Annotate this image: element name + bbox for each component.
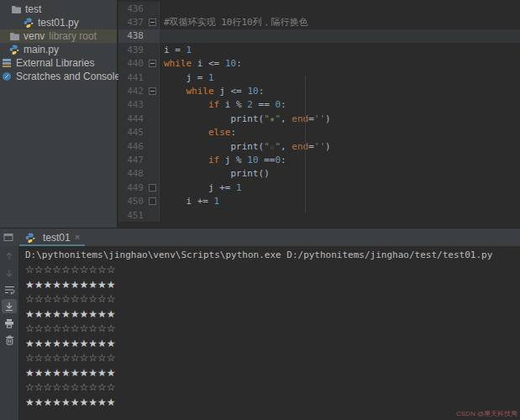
code-token: ''	[314, 113, 325, 124]
code-token	[164, 155, 208, 165]
editor-line[interactable]: 443 if i % 2 == 0:	[118, 98, 520, 112]
line-number[interactable]: 444	[118, 112, 145, 125]
line-number[interactable]: 438	[118, 29, 145, 43]
fold-collapse-icon[interactable]	[149, 18, 156, 26]
close-tab-icon[interactable]: ×	[75, 233, 80, 242]
console-command-line: D:\pythonitems\jinghao\venv\Scripts\pyth…	[25, 248, 520, 263]
down-stack-trace-button[interactable]	[2, 265, 17, 280]
tree-item-scratches-and-consoles[interactable]: Scratches and Consoles	[0, 70, 117, 83]
fold-end-icon[interactable]	[149, 184, 156, 192]
editor-line[interactable]: 436	[118, 2, 520, 15]
editor-line[interactable]: 437#双循环实现 10行10列，隔行换色	[118, 15, 520, 29]
code-line[interactable]: print("☆", end='')	[160, 139, 520, 153]
code-token: j %	[219, 155, 247, 165]
line-number[interactable]: 442	[118, 84, 145, 97]
editor-line[interactable]: 448 print()	[118, 167, 520, 181]
code-line[interactable]: if i % 2 == 0:	[160, 98, 520, 112]
code-token: end	[292, 141, 308, 152]
code-token: 10	[225, 58, 236, 69]
up-stack-trace-button[interactable]	[2, 249, 17, 263]
code-token: j +=	[164, 182, 236, 193]
editor-line[interactable]: 445 else:	[118, 126, 520, 139]
editor-line[interactable]: 444 print("★", end='')	[118, 112, 520, 125]
fold-gutter[interactable]	[145, 15, 160, 29]
code-line[interactable]: j = 1	[160, 71, 520, 84]
code-editor[interactable]: 436437#双循环实现 10行10列，隔行换色438439i = 1440wh…	[118, 0, 520, 228]
code-token: :	[281, 155, 286, 165]
editor-line[interactable]: 439i = 1	[118, 43, 520, 56]
fold-gutter[interactable]	[145, 194, 160, 207]
line-number[interactable]: 443	[118, 98, 145, 112]
line-number[interactable]: 449	[118, 181, 145, 194]
code-line[interactable]: i = 1	[160, 43, 520, 56]
print-button[interactable]	[2, 316, 17, 330]
code-token: 10	[247, 86, 258, 97]
tree-item-test[interactable]: test	[0, 3, 117, 16]
editor-line[interactable]: 451	[118, 208, 520, 222]
code-line[interactable]: while i <= 10:	[160, 57, 520, 71]
tree-item-label: venv	[24, 30, 45, 42]
editor-line[interactable]: 440while i <= 10:	[118, 57, 520, 71]
line-number[interactable]: 446	[118, 139, 145, 153]
code-line[interactable]: i += 1	[160, 194, 520, 207]
fold-gutter[interactable]	[145, 181, 160, 194]
code-token: 10	[247, 155, 258, 165]
editor-line[interactable]: 449 j += 1	[118, 181, 520, 194]
line-number[interactable]: 436	[118, 2, 145, 15]
scratches-icon	[1, 71, 13, 82]
tree-item-main-py[interactable]: main.py	[0, 43, 117, 56]
code-line[interactable]: while j <= 10:	[160, 84, 520, 97]
code-line[interactable]	[160, 208, 520, 222]
code-line[interactable]: #双循环实现 10行10列，隔行换色	[160, 15, 520, 29]
fold-collapse-icon[interactable]	[149, 87, 156, 95]
line-number[interactable]: 447	[118, 153, 145, 166]
console-output-line: ☆☆☆☆☆☆☆☆☆☆	[25, 322, 520, 337]
code-token: :	[236, 58, 242, 69]
code-token: 1	[214, 196, 220, 207]
tree-item-external-libraries[interactable]: External Libraries	[0, 56, 117, 70]
console-output-line: ☆☆☆☆☆☆☆☆☆☆	[25, 351, 520, 366]
line-number[interactable]: 451	[118, 208, 145, 222]
fold-collapse-icon[interactable]	[149, 60, 156, 67]
console-output[interactable]: D:\pythonitems\jinghao\venv\Scripts\pyth…	[18, 246, 520, 420]
code-token: end	[292, 113, 308, 124]
code-line[interactable]	[160, 2, 520, 15]
line-number[interactable]: 440	[118, 57, 145, 71]
code-line[interactable]	[160, 29, 520, 43]
editor-line[interactable]: 442 while j <= 10:	[118, 84, 520, 97]
fold-gutter[interactable]	[145, 57, 160, 71]
run-tab-test01[interactable]: test01 ×	[19, 228, 85, 246]
clear-all-button[interactable]	[2, 333, 17, 347]
editor-line[interactable]: 446 print("☆", end='')	[118, 139, 520, 153]
fold-gutter	[145, 139, 160, 153]
code-line[interactable]: j += 1	[160, 181, 520, 194]
console-toolbar	[0, 246, 18, 420]
code-token: #双循环实现 10行10列，隔行换色	[164, 16, 308, 29]
editor-line[interactable]: 450 i += 1	[118, 194, 520, 207]
tree-item-test01-py[interactable]: test01.py	[0, 16, 117, 29]
fold-gutter[interactable]	[145, 84, 160, 97]
fold-gutter	[145, 29, 160, 43]
tree-item-venv[interactable]: venvlibrary root	[0, 29, 117, 43]
console-output-line: ★★★★★★★★★★	[25, 337, 520, 352]
line-number[interactable]: 445	[118, 126, 145, 139]
code-token: i <=	[192, 58, 225, 69]
code-line[interactable]: print()	[160, 167, 520, 181]
soft-wrap-button[interactable]	[2, 282, 17, 297]
editor-line[interactable]: 438	[118, 29, 520, 43]
code-token: 1	[236, 182, 242, 193]
line-number[interactable]: 437	[118, 15, 145, 29]
editor-line[interactable]: 447 if j % 10 ==0:	[118, 153, 520, 166]
code-line[interactable]: if j % 10 ==0:	[160, 153, 520, 166]
line-number[interactable]: 441	[118, 71, 145, 84]
code-line[interactable]: print("★", end='')	[160, 112, 520, 125]
scroll-to-end-button[interactable]	[2, 299, 17, 313]
fold-end-icon[interactable]	[149, 197, 156, 205]
line-number[interactable]: 439	[118, 43, 145, 56]
code-line[interactable]: else:	[160, 126, 520, 139]
line-number[interactable]: 448	[118, 167, 145, 181]
editor-line[interactable]: 441 j = 1	[118, 71, 520, 84]
code-token: )	[325, 113, 331, 124]
tool-window-icon[interactable]	[3, 233, 14, 242]
line-number[interactable]: 450	[118, 194, 145, 207]
